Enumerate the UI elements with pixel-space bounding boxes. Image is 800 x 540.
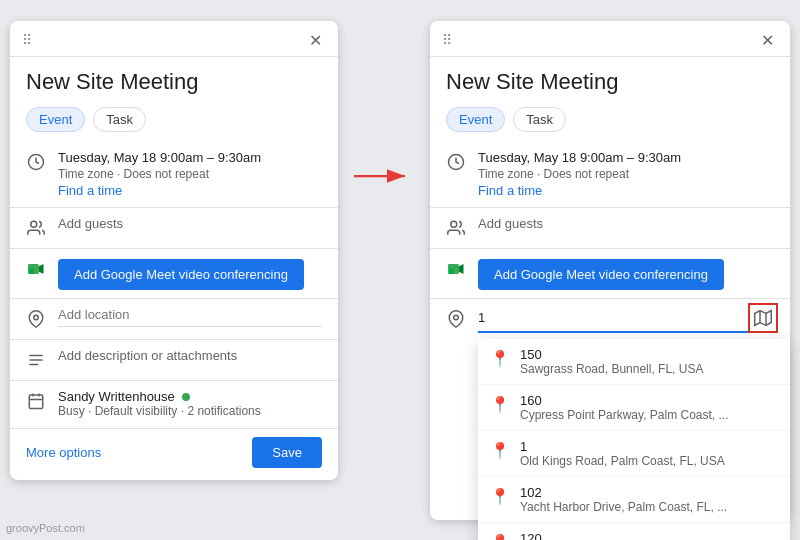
timezone-text-left: Time zone · Does not repeat: [58, 167, 322, 181]
clock-icon-left: [26, 152, 46, 172]
meet-button-right[interactable]: Add Google Meet video conferencing: [478, 259, 724, 290]
location-row-left: [10, 301, 338, 337]
drag-handle-right[interactable]: ⠿: [442, 32, 452, 48]
close-button-right[interactable]: ✕: [757, 29, 778, 52]
add-guests-text-right: Add guests: [478, 216, 774, 231]
location-input-left[interactable]: [58, 307, 322, 322]
suggestion-main-1: 160: [520, 393, 729, 408]
svg-rect-23: [454, 269, 459, 274]
save-button-left[interactable]: Save: [252, 437, 322, 468]
calendar-icon-left: [26, 391, 46, 411]
calendar-row-left: Sandy Writtenhouse Busy · Default visibi…: [10, 383, 338, 424]
right-panel-wrapper: ⠿ ✕ New Site Meeting Event Task Tuesday,…: [430, 21, 790, 520]
suggestion-2[interactable]: 📍 1 Old Kings Road, Palm Coast, FL, USA: [478, 431, 790, 477]
description-text-left: Add description or attachments: [58, 348, 322, 363]
suggestion-3[interactable]: 📍 102 Yacht Harbor Drive, Palm Coast, FL…: [478, 477, 790, 523]
datetime-text-left: Tuesday, May 18 9:00am – 9:30am: [58, 150, 322, 165]
map-icon-button[interactable]: [752, 307, 774, 329]
left-panel-footer: More options Save: [10, 428, 338, 480]
description-row-left: Add description or attachments: [10, 342, 338, 378]
right-panel: ⠿ ✕ New Site Meeting Event Task Tuesday,…: [430, 21, 790, 520]
status-dot-left: [182, 393, 190, 401]
left-panel: ⠿ ✕ New Site Meeting Event Task Tuesday,…: [10, 21, 338, 480]
datetime-row-right: Tuesday, May 18 9:00am – 9:30am Time zon…: [430, 144, 790, 205]
description-icon-left: [26, 350, 46, 370]
pin-icon-3: 📍: [490, 487, 510, 506]
find-time-link-right[interactable]: Find a time: [478, 183, 542, 198]
left-panel-header: ⠿ ✕: [10, 21, 338, 57]
suggestion-main-0: 150: [520, 347, 703, 362]
suggestion-main-3: 102: [520, 485, 727, 500]
pin-icon-1: 📍: [490, 395, 510, 414]
meet-icon-left: [26, 259, 46, 279]
right-panel-title: New Site Meeting: [430, 57, 790, 103]
drag-handle-left[interactable]: ⠿: [22, 32, 32, 48]
datetime-text-right: Tuesday, May 18 9:00am – 9:30am: [478, 150, 774, 165]
location-input-right[interactable]: [478, 310, 752, 325]
pin-icon-4: 📍: [490, 533, 510, 541]
svg-point-1: [31, 221, 37, 227]
suggestion-sub-2: Old Kings Road, Palm Coast, FL, USA: [520, 454, 725, 468]
suggestion-sub-1: Cypress Point Parkway, Palm Coast, ...: [520, 408, 729, 422]
datetime-row-left: Tuesday, May 18 9:00am – 9:30am Time zon…: [10, 144, 338, 205]
tab-task-left[interactable]: Task: [93, 107, 146, 132]
suggestion-1[interactable]: 📍 160 Cypress Point Parkway, Palm Coast,…: [478, 385, 790, 431]
close-button-left[interactable]: ✕: [305, 29, 326, 52]
guests-icon-right: [446, 218, 466, 238]
svg-marker-20: [459, 264, 464, 274]
add-guests-text-left: Add guests: [58, 216, 322, 231]
find-time-link-left[interactable]: Find a time: [58, 183, 122, 198]
left-tab-row: Event Task: [10, 103, 338, 144]
suggestion-main-2: 1: [520, 439, 725, 454]
location-input-box: [478, 307, 774, 333]
more-options-link[interactable]: More options: [26, 445, 101, 460]
right-tab-row: Event Task: [430, 103, 790, 144]
right-panel-header: ⠿ ✕: [430, 21, 790, 57]
suggestion-0[interactable]: 📍 150 Sawgrass Road, Bunnell, FL, USA: [478, 339, 790, 385]
pin-icon-0: 📍: [490, 349, 510, 368]
arrow-indicator: [354, 161, 414, 191]
location-icon-right: [446, 309, 466, 329]
tab-event-right[interactable]: Event: [446, 107, 505, 132]
svg-rect-6: [34, 269, 39, 274]
meet-row-right: Add Google Meet video conferencing: [430, 251, 790, 296]
meet-icon-right: [446, 259, 466, 279]
guests-row-right: Add guests: [430, 210, 790, 246]
svg-point-24: [454, 315, 459, 320]
arrow-svg: [354, 161, 414, 191]
left-panel-title: New Site Meeting: [10, 57, 338, 103]
tab-event-left[interactable]: Event: [26, 107, 85, 132]
meet-row-left: Add Google Meet video conferencing: [10, 251, 338, 296]
tab-task-right[interactable]: Task: [513, 107, 566, 132]
guests-row-left: Add guests: [10, 210, 338, 246]
clock-icon-right: [446, 152, 466, 172]
suggestion-main-4: 120: [520, 531, 734, 541]
svg-rect-22: [449, 264, 459, 269]
svg-rect-11: [29, 395, 43, 409]
suggestion-4[interactable]: 📍 120 Garden Street North, Palm Coast, F…: [478, 523, 790, 541]
svg-point-7: [34, 315, 39, 320]
calendar-sub-left: Busy · Default visibility · 2 notificati…: [58, 404, 322, 418]
autocomplete-dropdown: 📍 150 Sawgrass Road, Bunnell, FL, USA 📍 …: [478, 339, 790, 541]
svg-point-18: [451, 221, 457, 227]
pin-icon-2: 📍: [490, 441, 510, 460]
timezone-text-right: Time zone · Does not repeat: [478, 167, 774, 181]
suggestion-sub-3: Yacht Harbor Drive, Palm Coast, FL, ...: [520, 500, 727, 514]
suggestion-sub-0: Sawgrass Road, Bunnell, FL, USA: [520, 362, 703, 376]
calendar-name-left: Sandy Writtenhouse: [58, 389, 322, 404]
svg-rect-5: [29, 264, 39, 269]
guests-icon-left: [26, 218, 46, 238]
watermark: groovyPost.com: [6, 522, 85, 534]
location-icon-left: [26, 309, 46, 329]
location-row-right: 📍 150 Sawgrass Road, Bunnell, FL, USA 📍 …: [430, 301, 790, 339]
meet-button-left[interactable]: Add Google Meet video conferencing: [58, 259, 304, 290]
svg-marker-3: [39, 264, 44, 274]
svg-marker-25: [755, 310, 772, 325]
